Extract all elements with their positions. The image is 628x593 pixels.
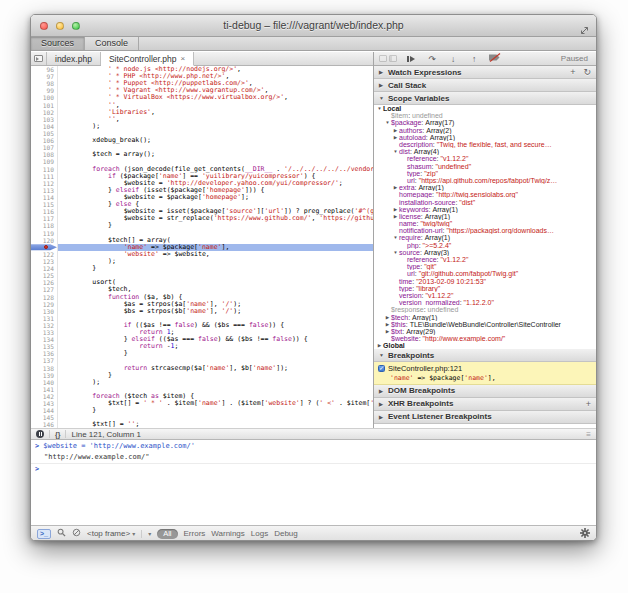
scope-tree-row[interactable]: version_normalized: "1.12.2.0" — [374, 299, 596, 306]
add-watch-icon[interactable]: + — [570, 67, 575, 77]
line-number[interactable]: 96 — [31, 66, 58, 73]
line-number[interactable]: 134 — [31, 336, 58, 343]
scope-tree-row[interactable]: ▶$tech: Array(1) — [374, 313, 596, 320]
scope-tree-row[interactable]: ▼Local — [374, 105, 596, 112]
line-number[interactable]: 132 — [31, 322, 58, 329]
line-number[interactable]: 143 — [31, 400, 58, 407]
scope-tree-row[interactable]: $response: undefined — [374, 306, 596, 313]
chevron-right-icon[interactable]: ▶ — [392, 207, 399, 212]
line-number[interactable]: 144 — [31, 407, 58, 414]
line-number[interactable]: 113 — [31, 187, 58, 194]
scope-tree-row[interactable]: type: "git" — [374, 263, 596, 270]
clear-console-icon[interactable] — [72, 528, 81, 539]
scope-tree-row[interactable]: time: "2013-02-09 10:21:53" — [374, 278, 596, 285]
scope-tree-row[interactable]: url: "https://api.github.com/repos/fabpo… — [374, 177, 596, 184]
chevron-down-icon[interactable]: ▼ — [392, 250, 399, 255]
scope-tree-row[interactable]: type: "library" — [374, 285, 596, 292]
xhr-breakpoints-header[interactable]: ▶ XHR Breakpoints + — [374, 398, 596, 411]
watch-expressions-header[interactable]: ▶ Watch Expressions + ↻ — [374, 66, 596, 79]
line-number[interactable]: 140 — [31, 379, 58, 386]
frame-select-dropdown[interactable]: <top frame> ▾ — [87, 529, 135, 538]
scope-tree-row[interactable]: ▼source: Array(3) — [374, 249, 596, 256]
scope-variables-header[interactable]: ▼ Scope Variables — [374, 92, 596, 105]
line-number[interactable]: 137 — [31, 357, 58, 364]
search-icon[interactable] — [57, 528, 66, 539]
line-number[interactable]: 145 — [31, 414, 58, 421]
chevron-down-icon[interactable]: ▼ — [392, 235, 399, 240]
scope-tree-row[interactable]: ▼$package: Array(17) — [374, 119, 596, 126]
scope-tree-row[interactable]: ▼require: Array(1) — [374, 234, 596, 241]
line-number[interactable]: 102 — [31, 109, 58, 116]
scope-tree-row[interactable]: installation-source: "dist" — [374, 198, 596, 205]
refresh-watch-icon[interactable]: ↻ — [583, 67, 591, 77]
scope-tree-row[interactable]: $item: undefined — [374, 112, 596, 119]
dom-breakpoints-header[interactable]: ▶ DOM Breakpoints — [374, 385, 596, 398]
line-number[interactable]: 119 — [31, 230, 58, 237]
line-number[interactable]: 124 — [31, 265, 58, 272]
line-number[interactable]: 135 — [31, 343, 58, 350]
scope-tree-row[interactable]: homepage: "http://twig.sensiolabs.org" — [374, 191, 596, 198]
close-tab-icon[interactable]: × — [180, 54, 185, 63]
line-number[interactable]: 130 — [31, 308, 58, 315]
line-number[interactable]: 126 — [31, 279, 58, 286]
tab-console[interactable]: Console — [85, 37, 139, 50]
breakpoint-checkbox[interactable]: ✓ — [378, 365, 385, 372]
scope-tree-row[interactable]: ▶$this: TLE\Bundle\WebBundle\Controller\… — [374, 321, 596, 328]
scope-tree-row[interactable]: version: "v1.12.2" — [374, 292, 596, 299]
line-number[interactable]: 100 — [31, 94, 58, 101]
line-number[interactable]: 127 — [31, 286, 58, 293]
filter-caret-icon[interactable]: ▾ — [148, 530, 151, 537]
console-drawer[interactable]: > $website = 'http://www.example.com/' "… — [31, 440, 596, 525]
scope-tree-row[interactable]: notification-url: "https://packagist.org… — [374, 227, 596, 234]
chevron-right-icon[interactable]: ▶ — [384, 322, 391, 327]
deactivate-breakpoints-button[interactable] — [488, 53, 502, 65]
line-number[interactable]: 112 — [31, 180, 58, 187]
toggle-console-icon[interactable]: >_ — [37, 529, 51, 539]
chevron-right-icon[interactable]: ▶ — [392, 128, 399, 133]
resume-button[interactable] — [404, 56, 418, 62]
scope-tree-row[interactable]: reference: "v1.12.2" — [374, 155, 596, 162]
line-number[interactable]: 125 — [31, 272, 58, 279]
scope-tree-row[interactable]: ▶keywords: Array(1) — [374, 206, 596, 213]
scope-tree-row[interactable]: ▼dist: Array(4) — [374, 148, 596, 155]
line-number[interactable]: 107 — [31, 144, 58, 151]
line-number[interactable]: 116 — [31, 208, 58, 215]
add-xhr-breakpoint-icon[interactable]: + — [586, 399, 591, 409]
scope-tree-row[interactable]: reference: "v1.12.2" — [374, 256, 596, 263]
scope-tree-row[interactable]: php: ">=5.2.4" — [374, 242, 596, 249]
line-number[interactable]: 138 — [31, 365, 58, 372]
line-number[interactable]: 114 — [31, 194, 58, 201]
scope-tree-row[interactable]: ▶Global — [374, 342, 596, 349]
call-stack-header[interactable]: ▶ Call Stack — [374, 79, 596, 92]
scope-tree-row[interactable]: ▶extra: Array(1) — [374, 184, 596, 191]
filter-all-button[interactable]: All — [157, 529, 177, 539]
file-tab-index-php[interactable]: index.php — [47, 52, 101, 65]
line-number[interactable]: 99 — [31, 87, 58, 94]
line-number[interactable]: 139 — [31, 372, 58, 379]
scope-tree-row[interactable]: type: "zip" — [374, 170, 596, 177]
line-number[interactable]: 98 — [31, 80, 58, 87]
line-number[interactable]: 131 — [31, 315, 58, 322]
line-number[interactable]: 103 — [31, 116, 58, 123]
chevron-down-icon[interactable]: ▼ — [392, 149, 399, 154]
filter-debug-button[interactable]: Debug — [274, 529, 298, 538]
tab-sources[interactable]: Sources — [31, 37, 85, 50]
breakpoint-entry[interactable]: ✓ SiteController.php:121 'name' => $pack… — [374, 362, 596, 385]
chevron-right-icon[interactable]: ▶ — [384, 329, 391, 334]
title-bar[interactable]: ti-debug – file:///vagrant/web/index.php — [31, 15, 596, 37]
filter-logs-button[interactable]: Logs — [251, 529, 268, 538]
chevron-right-icon[interactable]: ▶ — [392, 185, 399, 190]
filter-warnings-button[interactable]: Warnings — [211, 529, 245, 538]
line-number[interactable]: 104 — [31, 123, 58, 130]
splitter-grip-icon[interactable]: ≡ — [586, 430, 591, 439]
line-number[interactable]: 109 — [31, 158, 58, 165]
chevron-right-icon[interactable]: ▶ — [384, 315, 391, 320]
file-tab-sitecontroller-php[interactable]: SiteController.php × — [101, 52, 194, 66]
line-number[interactable]: 122 — [31, 251, 58, 258]
scope-tree-row[interactable]: ▶$txt: Array(29) — [374, 328, 596, 335]
line-number[interactable]: 115 — [31, 201, 58, 208]
line-number[interactable]: 128 — [31, 294, 58, 301]
scope-tree-row[interactable]: url: "git://github.com/fabpot/Twig.git" — [374, 270, 596, 277]
chevron-right-icon[interactable]: ▶ — [392, 135, 399, 140]
line-number[interactable]: 142 — [31, 393, 58, 400]
